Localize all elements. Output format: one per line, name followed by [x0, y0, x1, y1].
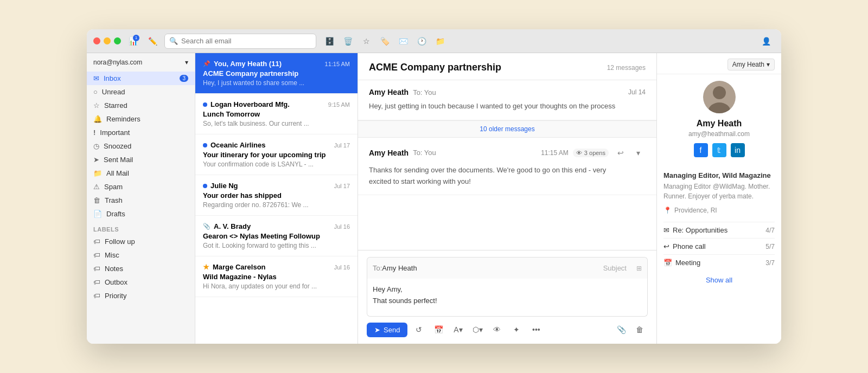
location-icon: 📍 — [663, 207, 672, 214]
contact-selector[interactable]: Amy Heath ▾ — [727, 59, 775, 70]
facebook-icon[interactable]: f — [694, 143, 708, 157]
reply-btn[interactable]: ↩ — [613, 145, 628, 160]
fullscreen-button[interactable] — [114, 37, 121, 44]
attach-btn[interactable]: 📎 — [613, 322, 629, 337]
compose-icon[interactable]: ✏️ — [145, 34, 160, 49]
snippets-btn[interactable]: ⬡▾ — [469, 322, 486, 337]
contact-info: Amy Heath amy@heathmail.com f 𝕥 in — [657, 74, 781, 171]
sidebar-item-reminders[interactable]: 🔔 Reminders — [87, 112, 195, 126]
email-item[interactable]: Oceanic Airlines Jul 17 Your itinerary f… — [195, 134, 358, 175]
outbox-icon: 🏷 — [93, 278, 100, 286]
spam-icon: ⚠ — [93, 183, 100, 191]
main-content: nora@nylas.com ▾ ✉ Inbox 3 ○ Unread ☆ St… — [87, 53, 781, 344]
interaction-item: ✉ Re: Opportunities 4/7 — [663, 222, 775, 238]
compose-area: To: Amy Heath Subject ⊞ Hey Amy, That so… — [358, 250, 656, 344]
drafts-icon: 📄 — [93, 210, 102, 218]
svg-point-1 — [713, 86, 726, 99]
app-window: 📊 1 ✏️ 🔍 🗄️ 🗑️ ☆ 🏷️ ✉️ 🕐 📁 👤 nora@nylas.… — [87, 29, 781, 344]
undo-btn[interactable]: ↺ — [411, 322, 427, 337]
starred-icon: ☆ — [93, 101, 100, 110]
unread-dot — [203, 184, 207, 188]
sidebar-item-notes[interactable]: 🏷 Notes — [87, 262, 195, 275]
traffic-lights — [93, 37, 121, 44]
social-links: f 𝕥 in — [663, 143, 775, 157]
compose-to: To: Amy Heath Subject ⊞ — [367, 257, 648, 279]
contact-email: amy@heathmail.com — [663, 130, 775, 138]
profile-btn[interactable]: 👤 — [757, 34, 775, 49]
email-item[interactable]: Logan Hoverboard Mfg. 9:15 AM Lunch Tomo… — [195, 94, 358, 134]
avatar — [703, 81, 736, 113]
email-list: 📌 You, Amy Heath (11) 11:15 AM ACME Comp… — [195, 53, 358, 344]
notification-icon[interactable]: 📊 1 — [125, 34, 141, 49]
notes-icon: 🏷 — [93, 265, 100, 273]
more-btn[interactable]: ••• — [528, 322, 544, 337]
contact-panel: Amy Heath ▾ Amy Heath amy@heathmail.com … — [656, 53, 781, 344]
contact-name: Amy Heath — [663, 119, 775, 128]
show-all-button[interactable]: Show all — [657, 271, 781, 290]
email-item[interactable]: 📎 A. V. Brady Jul 16 Gearon <> Nylas Mee… — [195, 216, 358, 256]
twitter-icon[interactable]: 𝕥 — [712, 143, 726, 157]
sidebar-item-starred[interactable]: ☆ Starred — [87, 99, 195, 112]
opens-badge: 👁 3 opens — [573, 149, 609, 157]
older-messages-bar[interactable]: 10 older messages — [358, 120, 656, 138]
email-item[interactable]: ★ Marge Carelson Jul 16 Wild Magazine - … — [195, 256, 358, 297]
interaction-item: ↩ Phone call 5/7 — [663, 238, 775, 254]
search-input[interactable] — [181, 37, 311, 45]
close-button[interactable] — [93, 37, 100, 44]
important-icon: ! — [93, 128, 95, 137]
sidebar-item-misc[interactable]: 🏷 Misc — [87, 248, 195, 262]
expand-compose-icon[interactable]: ⊞ — [636, 265, 642, 272]
contact-title: Managing Editor, Wild Magazine — [657, 171, 781, 179]
inbox-icon: ✉ — [93, 74, 99, 82]
sidebar-item-sent[interactable]: ➤ Sent Mail — [87, 153, 195, 166]
search-bar[interactable]: 🔍 — [164, 34, 316, 49]
sidebar-item-followup[interactable]: 🏷 Follow up — [87, 235, 195, 248]
subject-label: Subject — [598, 261, 632, 275]
toolbar-actions: 🗄️ 🗑️ ☆ 🏷️ ✉️ 🕐 📁 — [321, 34, 449, 49]
sidebar-item-unread[interactable]: ○ Unread — [87, 85, 195, 99]
sidebar-item-inbox[interactable]: ✉ Inbox 3 — [87, 72, 195, 85]
sidebar-item-important[interactable]: ! Important — [87, 126, 195, 139]
email-thread: ACME Company partnership 12 messages Amy… — [358, 53, 656, 344]
archive-btn[interactable]: 🗄️ — [321, 34, 338, 49]
clock-btn[interactable]: 🕐 — [413, 34, 430, 49]
delete-compose-btn[interactable]: 🗑 — [631, 322, 648, 337]
send-icon: ➤ — [374, 326, 380, 334]
calendar-btn[interactable]: 📅 — [430, 322, 446, 337]
minimize-button[interactable] — [104, 37, 111, 44]
move-btn[interactable]: ✉️ — [394, 34, 412, 49]
priority-icon: 🏷 — [93, 292, 100, 300]
meeting-icon: 📅 — [663, 259, 672, 267]
linkedin-icon[interactable]: in — [731, 143, 745, 157]
sidebar-item-trash[interactable]: 🗑 Trash — [87, 194, 195, 207]
folder-btn[interactable]: 📁 — [431, 34, 449, 49]
star-btn[interactable]: ☆ — [358, 34, 375, 49]
format-btn[interactable]: A▾ — [450, 322, 466, 337]
account-label[interactable]: nora@nylas.com ▾ — [87, 53, 195, 72]
send-button[interactable]: ➤ Send — [367, 323, 407, 337]
titlebar: 📊 1 ✏️ 🔍 🗄️ 🗑️ ☆ 🏷️ ✉️ 🕐 📁 👤 — [87, 29, 781, 53]
sidebar-item-outbox[interactable]: 🏷 Outbox — [87, 275, 195, 289]
message-item: Amy Heath To: You Jul 14 Hey, just getti… — [358, 80, 656, 120]
email-item[interactable]: Julie Ng Jul 17 Your order has shipped R… — [195, 175, 358, 216]
sidebar-item-allmail[interactable]: 📁 All Mail — [87, 166, 195, 180]
compose-toolbar: ➤ Send ↺ 📅 A▾ ⬡▾ 👁 ✦ ••• 📎 🗑 — [367, 322, 648, 337]
trash-icon: 🗑 — [93, 196, 100, 204]
eye-btn[interactable]: 👁 — [489, 322, 505, 337]
trash-btn[interactable]: 🗑️ — [339, 34, 356, 49]
sidebar-item-snoozed[interactable]: ◷ Snoozed — [87, 139, 195, 153]
unread-icon: ○ — [93, 88, 98, 96]
tag-btn[interactable]: 🏷️ — [376, 34, 393, 49]
search-icon: 🔍 — [169, 37, 178, 45]
account-chevron: ▾ — [185, 59, 188, 66]
thread-body: Amy Heath To: You Jul 14 Hey, just getti… — [358, 80, 656, 250]
sidebar-item-priority[interactable]: 🏷 Priority — [87, 289, 195, 303]
snoozed-icon: ◷ — [93, 142, 99, 150]
tracking-btn[interactable]: ✦ — [508, 322, 525, 337]
notification-badge: 1 — [133, 35, 139, 41]
email-item[interactable]: 📌 You, Amy Heath (11) 11:15 AM ACME Comp… — [195, 53, 358, 94]
compose-body[interactable]: Hey Amy, That sounds perfect! — [367, 279, 648, 317]
sidebar-item-drafts[interactable]: 📄 Drafts — [87, 207, 195, 221]
expand-btn[interactable]: ▾ — [630, 145, 646, 160]
sidebar-item-spam[interactable]: ⚠ Spam — [87, 180, 195, 194]
